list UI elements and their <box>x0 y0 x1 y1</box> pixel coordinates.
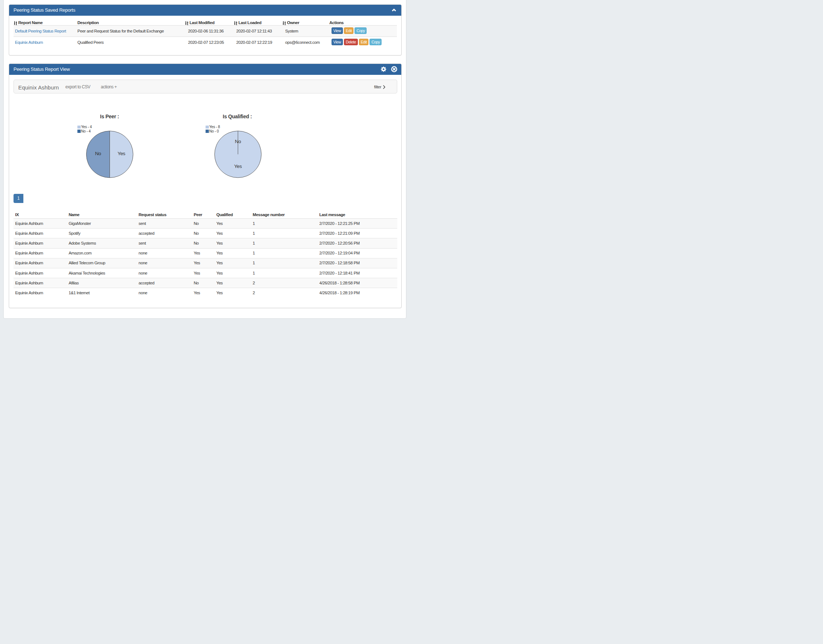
svg-text:No: No <box>235 139 241 144</box>
svg-text:No: No <box>95 151 101 156</box>
svg-text:Yes: Yes <box>234 164 242 169</box>
svg-text:Yes: Yes <box>118 151 126 156</box>
